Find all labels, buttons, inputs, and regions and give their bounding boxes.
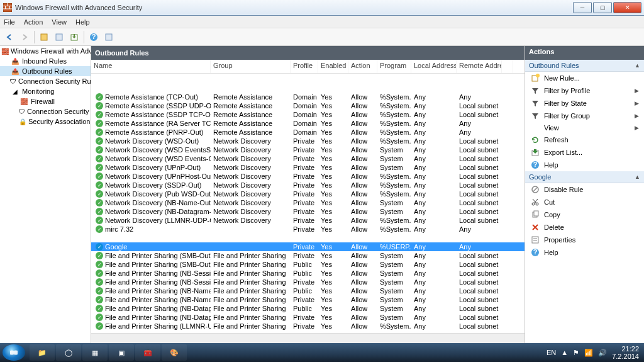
- tray-flag-icon[interactable]: ⚑: [573, 349, 579, 357]
- table-row[interactable]: ✓Network Discovery (Pub WSD-Out)Network …: [91, 189, 525, 198]
- collapse-icon: ▲: [635, 62, 640, 69]
- toolbar-separator: [34, 31, 35, 43]
- taskbar-app-3[interactable]: 🧰: [135, 344, 160, 361]
- export-button[interactable]: [67, 30, 81, 44]
- menu-action[interactable]: Action: [24, 18, 43, 26]
- table-row[interactable]: ✓mirc 7.32PrivateYesAllow%System...AnyAn…: [91, 225, 525, 234]
- taskbar-chrome[interactable]: ◯: [56, 344, 81, 361]
- tray-volume-icon[interactable]: 🔊: [598, 349, 607, 357]
- table-row[interactable]: ✓Network Discovery (NB-Name-Out)Network …: [91, 198, 525, 207]
- table-row[interactable]: ✓GooglePrivateYesAllow%USERP...AnyAny: [91, 242, 525, 251]
- action-copy[interactable]: Copy: [525, 208, 644, 221]
- table-row[interactable]: ✓File and Printer Sharing (SMB-Out)File …: [91, 260, 525, 269]
- back-button[interactable]: [3, 30, 16, 44]
- rule-status-icon: ✓: [96, 164, 103, 171]
- menu-view[interactable]: View: [52, 18, 67, 26]
- toolbar-button-2[interactable]: [52, 30, 66, 44]
- shield-icon: 🛡: [19, 107, 25, 116]
- tree-consec-mon[interactable]: 🛡Connection Security Rul: [0, 106, 91, 116]
- table-row[interactable]: ✓File and Printer Sharing (NB-Datagram-O…: [91, 304, 525, 313]
- action-cut[interactable]: Cut: [525, 196, 644, 208]
- col-enabled[interactable]: Enabled: [318, 60, 348, 73]
- tree-security-assoc[interactable]: 🔒Security Associations: [0, 116, 91, 127]
- table-row[interactable]: ✓Network Discovery (LLMNR-UDP-Out)Networ…: [91, 216, 525, 225]
- clock[interactable]: 21:22 7.2.2014: [612, 345, 641, 360]
- col-action[interactable]: Action: [348, 60, 377, 73]
- svg-text:?: ?: [92, 33, 96, 40]
- tree-inbound[interactable]: 📥Inbound Rules: [0, 56, 91, 66]
- help-icon: ?: [530, 248, 540, 257]
- table-row[interactable]: ✓Remote Assistance (SSDP TCP-Out)Remote …: [91, 110, 525, 119]
- start-button[interactable]: [3, 344, 25, 361]
- tree-connection-security[interactable]: 🛡Connection Security Ru: [0, 76, 91, 86]
- col-name[interactable]: Name: [91, 60, 211, 73]
- taskbar-app[interactable]: ▦: [82, 344, 108, 361]
- table-row[interactable]: ✓File and Printer Sharing (LLMNR-UDP-Out…: [91, 322, 525, 331]
- action-delete[interactable]: Delete: [525, 221, 644, 234]
- tree-root[interactable]: 🧱Windows Firewall with Advance: [0, 46, 91, 56]
- menu-help[interactable]: Help: [75, 18, 90, 26]
- new-icon: [530, 74, 540, 82]
- tree-monitoring[interactable]: ◢Monitoring: [0, 86, 91, 96]
- col-program[interactable]: Program: [377, 60, 411, 73]
- action-filter-by-state[interactable]: Filter by State▶: [525, 97, 644, 110]
- col-group[interactable]: Group: [211, 60, 291, 73]
- col-remote[interactable]: Remote Address: [457, 60, 502, 73]
- firewall-icon: [3, 3, 13, 13]
- maximize-button[interactable]: ▢: [593, 2, 612, 13]
- action-refresh[interactable]: Refresh: [525, 133, 644, 146]
- taskbar: 📁 ◯ ▦ ▣ 🧰 🎨 EN ▲ ⚑ 📶 🔊 21:22 7.2.2014: [0, 343, 644, 362]
- disable-icon: [530, 185, 540, 194]
- actions-section-outbound[interactable]: Outbound Rules▲: [525, 60, 644, 72]
- table-row[interactable]: ✓Remote Assistance (SSDP UDP-Out)Remote …: [91, 101, 525, 110]
- tree-outbound[interactable]: 📤Outbound Rules: [0, 66, 91, 76]
- action-view[interactable]: View▶: [525, 122, 644, 133]
- taskbar-paint[interactable]: 🎨: [162, 344, 187, 361]
- table-row[interactable]: ✓File and Printer Sharing (SMB-Out)File …: [91, 251, 525, 260]
- table-row[interactable]: ✓Network Discovery (WSD EventsSecure-O..…: [91, 145, 525, 154]
- table-row[interactable]: ✓File and Printer Sharing (NB-Datagram-O…: [91, 313, 525, 322]
- language-indicator[interactable]: EN: [547, 349, 556, 356]
- table-row[interactable]: ✓Remote Assistance (PNRP-Out)Remote Assi…: [91, 128, 525, 137]
- table-row[interactable]: ✓Network Discovery (SSDP-Out)Network Dis…: [91, 181, 525, 189]
- taskbar-app-2[interactable]: ▣: [109, 344, 134, 361]
- action-disable-rule[interactable]: Disable Rule: [525, 183, 644, 196]
- action-properties[interactable]: Properties: [525, 234, 644, 246]
- action-export-list-[interactable]: Export List...: [525, 146, 644, 159]
- rule-status-icon: ✓: [96, 93, 103, 101]
- help-button[interactable]: ?: [87, 30, 101, 44]
- rule-status-icon: ✓: [96, 111, 103, 118]
- table-row[interactable]: ✓Remote Assistance (RA Server TCP-Out)Re…: [91, 119, 525, 128]
- table-row[interactable]: ✓Network Discovery (UPnP-Out)Network Dis…: [91, 163, 525, 172]
- tray-network-icon[interactable]: 📶: [584, 349, 593, 357]
- table-row[interactable]: ✓File and Printer Sharing (NB-Name-Out)F…: [91, 295, 525, 304]
- action-filter-by-profile[interactable]: Filter by Profile▶: [525, 84, 644, 97]
- table-row[interactable]: ✓Network Discovery (NB-Datagram-Out)Netw…: [91, 207, 525, 216]
- actions-section-google[interactable]: Google▲: [525, 171, 644, 183]
- action-button[interactable]: [37, 30, 51, 44]
- taskbar-explorer[interactable]: 📁: [30, 344, 55, 361]
- table-row[interactable]: ✓File and Printer Sharing (NB-Name-Out)F…: [91, 286, 525, 295]
- minimize-button[interactable]: ─: [573, 2, 592, 13]
- action-new-rule-[interactable]: New Rule...: [525, 72, 644, 84]
- action-help[interactable]: ?Help: [525, 246, 644, 259]
- close-button[interactable]: ✕: [613, 2, 641, 13]
- col-local[interactable]: Local Address: [411, 60, 457, 73]
- col-extra[interactable]: [502, 60, 513, 73]
- table-row[interactable]: ✓File and Printer Sharing (NB-Session-Ou…: [91, 278, 525, 286]
- chevron-right-icon: ▶: [635, 88, 639, 94]
- tree-firewall[interactable]: 🧱Firewall: [0, 96, 91, 106]
- tray-icon[interactable]: ▲: [561, 349, 568, 356]
- action-help[interactable]: ?Help: [525, 159, 644, 171]
- action-filter-by-group[interactable]: Filter by Group▶: [525, 110, 644, 122]
- table-row[interactable]: ✓Network Discovery (WSD-Out)Network Disc…: [91, 137, 525, 145]
- table-row[interactable]: ✓Remote Assistance (TCP-Out)Remote Assis…: [91, 93, 525, 101]
- toolbar-button-3[interactable]: [102, 30, 116, 44]
- horizontal-scrollbar[interactable]: [91, 333, 525, 343]
- menu-file[interactable]: File: [4, 18, 15, 26]
- forward-button[interactable]: [18, 30, 31, 44]
- table-row[interactable]: ✓File and Printer Sharing (NB-Session-Ou…: [91, 269, 525, 278]
- col-profile[interactable]: Profile: [291, 60, 318, 73]
- table-row[interactable]: ✓Network Discovery (UPnPHost-Out)Network…: [91, 172, 525, 181]
- table-row[interactable]: ✓Network Discovery (WSD Events-Out)Netwo…: [91, 154, 525, 163]
